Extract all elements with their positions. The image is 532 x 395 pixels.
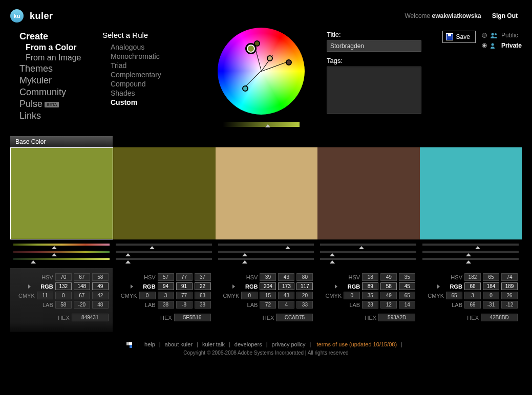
val-HSV[interactable]: 57 bbox=[158, 273, 174, 281]
footer-link-developers[interactable]: developers bbox=[235, 341, 262, 347]
val-hex[interactable]: 849431 bbox=[72, 314, 109, 321]
val-CMYK[interactable]: 15 bbox=[260, 292, 276, 299]
val-HSV[interactable]: 43 bbox=[278, 273, 294, 281]
wheel-dot[interactable] bbox=[242, 85, 248, 92]
rule-custom[interactable]: Custom bbox=[102, 98, 205, 107]
val-RGB[interactable]: 66 bbox=[464, 282, 481, 290]
val-CMYK[interactable]: 42 bbox=[92, 292, 109, 299]
val-RGB[interactable]: 173 bbox=[278, 282, 294, 290]
nav-from-a-color[interactable]: From a Color bbox=[10, 42, 102, 53]
visibility-public[interactable]: Public bbox=[482, 32, 522, 39]
val-CMYK[interactable]: 0 bbox=[483, 292, 499, 299]
slider-4-1[interactable] bbox=[422, 251, 519, 253]
val-LAB[interactable]: 69 bbox=[464, 301, 481, 309]
val-CMYK[interactable]: 65 bbox=[446, 292, 462, 299]
slider-3-0[interactable] bbox=[320, 244, 416, 246]
rule-shades[interactable]: Shades bbox=[102, 89, 205, 98]
val-CMYK[interactable]: 0 bbox=[55, 292, 72, 299]
val-CMYK[interactable]: 67 bbox=[74, 292, 90, 299]
val-hex[interactable]: 5E5B16 bbox=[174, 314, 211, 321]
wheel-dot[interactable] bbox=[286, 59, 292, 65]
val-LAB[interactable]: 48 bbox=[92, 301, 109, 309]
slider-3-1[interactable] bbox=[320, 251, 416, 253]
slider-3-2[interactable] bbox=[320, 258, 416, 260]
val-LAB[interactable]: 38 bbox=[195, 301, 211, 309]
nav-pulse[interactable]: PulseBETA bbox=[10, 98, 102, 110]
val-LAB[interactable]: 28 bbox=[362, 301, 378, 309]
val-CMYK[interactable]: 49 bbox=[380, 292, 397, 299]
val-RGB[interactable]: 189 bbox=[501, 282, 518, 290]
rule-triad[interactable]: Triad bbox=[102, 61, 205, 70]
val-RGB[interactable]: 204 bbox=[260, 282, 276, 290]
val-HSV[interactable]: 37 bbox=[195, 273, 211, 281]
val-LAB[interactable]: 4 bbox=[278, 301, 294, 309]
val-HSV[interactable]: 74 bbox=[501, 273, 518, 281]
play-icon[interactable] bbox=[131, 284, 133, 289]
val-RGB[interactable]: 132 bbox=[55, 282, 72, 290]
val-HSV[interactable]: 67 bbox=[74, 273, 90, 281]
footer-link-help[interactable]: help bbox=[144, 341, 155, 347]
brightness-slider[interactable] bbox=[223, 122, 300, 127]
delicious-icon[interactable] bbox=[126, 342, 132, 348]
wheel-dot[interactable] bbox=[267, 55, 273, 61]
title-input[interactable] bbox=[327, 40, 421, 52]
slider-4-0[interactable] bbox=[422, 244, 519, 246]
visibility-private[interactable]: Private bbox=[482, 42, 522, 49]
footer-terms-link[interactable]: terms of use (updated 10/15/08) bbox=[317, 341, 397, 347]
val-hex[interactable]: 42B8BD bbox=[481, 314, 518, 321]
val-LAB[interactable]: -31 bbox=[483, 301, 499, 309]
val-HSV[interactable]: 65 bbox=[483, 273, 499, 281]
val-HSV[interactable]: 18 bbox=[362, 273, 378, 281]
val-CMYK[interactable]: 0 bbox=[241, 292, 258, 299]
val-HSV[interactable]: 58 bbox=[92, 273, 109, 281]
footer-link-privacy-policy[interactable]: privacy policy bbox=[272, 341, 306, 347]
val-hex[interactable]: CCAD75 bbox=[276, 314, 313, 321]
save-button[interactable]: Save bbox=[442, 31, 476, 43]
slider-0-1[interactable] bbox=[13, 251, 110, 253]
tags-input[interactable] bbox=[327, 67, 421, 114]
val-HSV[interactable]: 77 bbox=[176, 273, 193, 281]
val-LAB[interactable]: -12 bbox=[501, 301, 518, 309]
val-LAB[interactable]: 12 bbox=[380, 301, 397, 309]
val-LAB[interactable]: 38 bbox=[158, 301, 174, 309]
val-LAB[interactable]: -8 bbox=[176, 301, 193, 309]
val-hex[interactable]: 593A2D bbox=[378, 314, 415, 321]
swatch-3[interactable] bbox=[317, 147, 419, 239]
val-RGB[interactable]: 58 bbox=[380, 282, 397, 290]
val-HSV[interactable]: 80 bbox=[296, 273, 313, 281]
slider-0-2[interactable] bbox=[13, 258, 110, 260]
nav-community[interactable]: Community bbox=[10, 86, 102, 98]
val-LAB[interactable]: -20 bbox=[74, 301, 90, 309]
val-CMYK[interactable]: 43 bbox=[278, 292, 294, 299]
nav-create[interactable]: Create bbox=[10, 31, 102, 42]
slider-1-0[interactable] bbox=[116, 244, 212, 246]
val-HSV[interactable]: 39 bbox=[260, 273, 276, 281]
val-RGB[interactable]: 117 bbox=[296, 282, 313, 290]
val-CMYK[interactable]: 26 bbox=[501, 292, 518, 299]
swatch-0[interactable] bbox=[10, 147, 113, 239]
play-icon[interactable] bbox=[437, 284, 440, 289]
slider-2-0[interactable] bbox=[218, 244, 314, 246]
val-CMYK[interactable]: 63 bbox=[195, 292, 211, 299]
val-CMYK[interactable]: 3 bbox=[464, 292, 481, 299]
play-icon[interactable] bbox=[28, 284, 31, 289]
val-CMYK[interactable]: 35 bbox=[362, 292, 378, 299]
footer-link-kuler-talk[interactable]: kuler talk bbox=[202, 341, 225, 347]
val-RGB[interactable]: 148 bbox=[74, 282, 90, 290]
val-CMYK[interactable]: 11 bbox=[37, 292, 53, 299]
color-wheel[interactable] bbox=[218, 28, 305, 115]
slider-2-2[interactable] bbox=[218, 258, 314, 260]
val-LAB[interactable]: 72 bbox=[260, 301, 276, 309]
val-HSV[interactable]: 182 bbox=[464, 273, 481, 281]
val-HSV[interactable]: 70 bbox=[55, 273, 72, 281]
swatch-1[interactable] bbox=[113, 147, 215, 239]
val-CMYK[interactable]: 65 bbox=[399, 292, 415, 299]
slider-1-2[interactable] bbox=[116, 258, 212, 260]
wheel-dot[interactable] bbox=[254, 40, 260, 47]
val-CMYK[interactable]: 77 bbox=[176, 292, 193, 299]
sign-out-link[interactable]: Sign Out bbox=[492, 12, 518, 19]
slider-0-0[interactable] bbox=[13, 244, 110, 246]
footer-link-about-kuler[interactable]: about kuler bbox=[165, 341, 193, 347]
swatch-4[interactable] bbox=[420, 147, 522, 239]
val-RGB[interactable]: 184 bbox=[483, 282, 499, 290]
